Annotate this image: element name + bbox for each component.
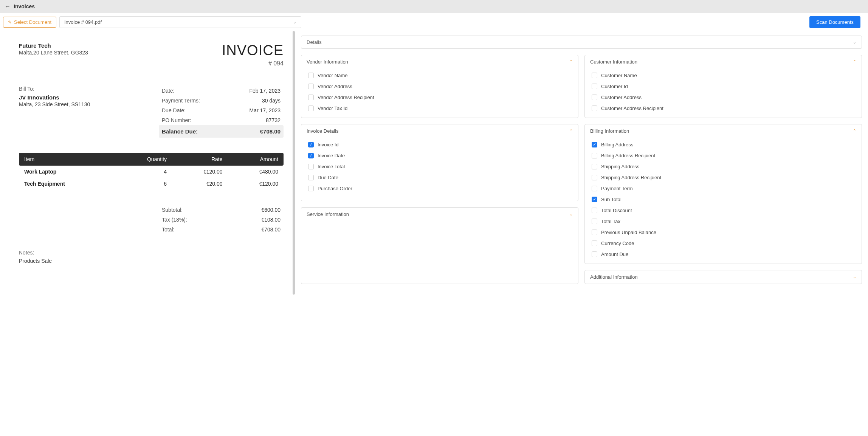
notes-text: Products Sale	[19, 258, 284, 264]
meta-terms-value: 30 days	[262, 98, 281, 104]
checkbox[interactable]	[308, 164, 314, 169]
checkbox[interactable]	[592, 186, 597, 191]
checkbox[interactable]	[592, 142, 597, 147]
field-label: Customer Address	[601, 95, 642, 100]
details-dropdown[interactable]: Details ⌄	[301, 36, 862, 49]
invoice-details-header[interactable]: Invoice Details ⌃	[301, 124, 578, 138]
chevron-up-icon: ⌃	[569, 129, 573, 133]
table-cell: €120.00	[228, 178, 284, 190]
checkbox[interactable]	[592, 240, 597, 246]
field-row: Vendor Tax Id	[301, 103, 578, 114]
service-info-header[interactable]: Service Information ⌄	[301, 208, 578, 221]
select-document-label: Select Document	[14, 19, 51, 25]
chevron-down-icon: ⌄	[569, 212, 573, 217]
field-row: Invoice Id	[301, 139, 578, 150]
field-label: Customer Address Recipient	[601, 106, 663, 111]
checkbox[interactable]	[592, 197, 597, 202]
meta-date-label: Date:	[162, 88, 174, 94]
field-label: Invoice Total	[318, 164, 345, 169]
table-cell: €120.00	[172, 166, 228, 178]
additional-info-panel: Additional Information ⌄	[584, 270, 862, 284]
field-label: Amount Due	[601, 251, 628, 257]
field-label: Payment Term	[601, 186, 633, 191]
field-row: Customer Address Recipient	[585, 103, 862, 114]
chevron-up-icon: ⌃	[853, 129, 856, 133]
document-dropdown[interactable]: Invoice # 094.pdf ⌄	[59, 16, 301, 28]
right-panel: Details ⌄ Vender Information ⌃ Vendor Na…	[295, 31, 868, 295]
checkbox[interactable]	[592, 84, 597, 89]
field-row: Total Discount	[585, 205, 862, 216]
checkbox[interactable]	[592, 230, 597, 235]
field-label: Total Tax	[601, 219, 620, 224]
table-row: Work Laptop4€120.00€480.00	[19, 166, 284, 178]
checkbox[interactable]	[592, 106, 597, 111]
header-bar: ← Invoices	[0, 0, 868, 13]
checkbox[interactable]	[308, 106, 314, 111]
field-label: Sub Total	[601, 197, 622, 202]
chevron-down-icon: ⌄	[849, 40, 856, 45]
customer-info-title: Customer Information	[590, 59, 637, 65]
additional-info-title: Additional Information	[590, 274, 638, 280]
billing-info-header[interactable]: Billing Information ⌃	[585, 124, 862, 138]
checkbox[interactable]	[308, 142, 314, 147]
total-value: €708.00	[261, 227, 281, 233]
field-label: Shipping Address	[601, 164, 639, 169]
field-label: Previous Unpaid Balance	[601, 230, 656, 235]
field-label: Due Date	[318, 175, 338, 180]
field-row: Customer Name	[585, 70, 862, 81]
checkbox[interactable]	[308, 153, 314, 158]
vendor-info-header[interactable]: Vender Information ⌃	[301, 55, 578, 68]
table-cell: €20.00	[172, 178, 228, 190]
additional-info-header[interactable]: Additional Information ⌄	[585, 270, 862, 284]
field-row: Total Tax	[585, 216, 862, 227]
checkbox[interactable]	[592, 153, 597, 158]
table-cell: Work Laptop	[19, 166, 115, 178]
checkbox[interactable]	[308, 95, 314, 100]
meta-date-value: Feb 17, 2023	[249, 88, 281, 94]
checkbox[interactable]	[592, 175, 597, 180]
customer-info-header[interactable]: Customer Information ⌃	[585, 55, 862, 68]
field-row: Shipping Address Recipient	[585, 172, 862, 183]
back-arrow-icon[interactable]: ←	[5, 3, 11, 10]
field-label: Customer Name	[601, 73, 637, 78]
service-info-panel: Service Information ⌄	[301, 207, 578, 284]
checkbox[interactable]	[592, 219, 597, 224]
field-row: Due Date	[301, 172, 578, 183]
field-row: Invoice Total	[301, 161, 578, 172]
meta-due-value: Mar 17, 2023	[250, 107, 281, 113]
checkbox[interactable]	[592, 73, 597, 78]
table-cell: €480.00	[228, 166, 284, 178]
customer-info-panel: Customer Information ⌃ Customer NameCust…	[584, 55, 862, 118]
subtotal-label: Subtotal:	[162, 207, 183, 213]
chevron-down-icon: ⌄	[289, 20, 296, 25]
table-cell: 6	[115, 178, 172, 190]
scan-documents-button[interactable]: Scan Documents	[809, 16, 860, 28]
checkbox[interactable]	[308, 186, 314, 191]
checkbox[interactable]	[592, 208, 597, 213]
tax-label: Tax (18%):	[162, 217, 187, 223]
table-cell: Tech Equipment	[19, 178, 115, 190]
checkbox[interactable]	[308, 84, 314, 89]
field-row: Vendor Address Recipient	[301, 92, 578, 103]
select-document-button[interactable]: ✎ Select Document	[3, 17, 56, 28]
checkbox[interactable]	[308, 73, 314, 78]
invoice-number: # 094	[222, 60, 284, 67]
vendor-info-title: Vender Information	[307, 59, 348, 65]
items-table: Item Quantity Rate Amount Work Laptop4€1…	[19, 153, 284, 190]
field-label: Vendor Address	[318, 84, 352, 89]
notes-label: Notes:	[19, 250, 284, 256]
meta-po-value: 87732	[266, 117, 281, 123]
checkbox[interactable]	[592, 251, 597, 257]
field-label: Purchase Order	[318, 186, 352, 191]
col-amount: Amount	[228, 153, 284, 166]
bill-to-name: JV Innovations	[19, 94, 90, 101]
col-item: Item	[19, 153, 115, 166]
tax-value: €108.00	[261, 217, 281, 223]
meta-due-label: Due Date:	[162, 107, 186, 113]
checkbox[interactable]	[308, 175, 314, 180]
field-label: Billing Address Recipient	[601, 153, 655, 158]
field-label: Currency Code	[601, 240, 634, 246]
checkbox[interactable]	[592, 164, 597, 169]
checkbox[interactable]	[592, 95, 597, 100]
field-label: Vendor Tax Id	[318, 106, 347, 111]
